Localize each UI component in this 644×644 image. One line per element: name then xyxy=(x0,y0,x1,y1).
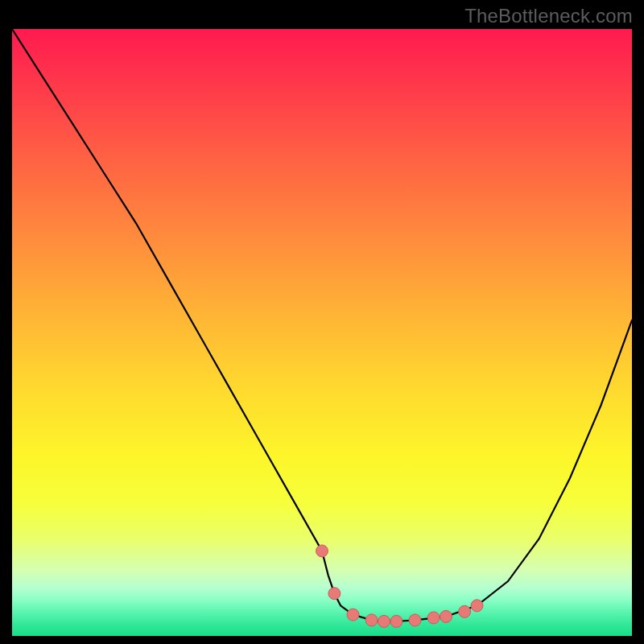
chart-frame xyxy=(12,29,632,636)
optimal-marker xyxy=(427,612,440,624)
optimal-marker xyxy=(365,614,378,626)
optimal-marker xyxy=(390,615,402,627)
optimal-marker xyxy=(459,605,471,617)
optimal-marker xyxy=(378,615,390,627)
optimal-marker xyxy=(471,600,483,612)
optimal-marker xyxy=(409,614,421,626)
bottleneck-curve xyxy=(12,29,632,621)
watermark-text: TheBottleneck.com xyxy=(464,5,633,27)
optimal-marker xyxy=(328,588,341,600)
optimal-marker xyxy=(347,609,359,621)
optimal-marker xyxy=(316,545,328,557)
chart-svg xyxy=(12,29,632,636)
optimal-range-markers xyxy=(316,545,484,628)
optimal-marker xyxy=(440,610,452,622)
